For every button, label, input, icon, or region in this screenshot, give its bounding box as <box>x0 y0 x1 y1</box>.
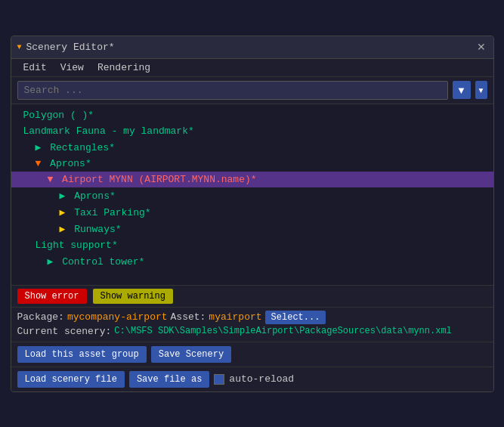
info-bar: Package: mycompany-airport Asset: myairp… <box>11 308 493 342</box>
tree-item-label: Aprons* <box>50 158 91 169</box>
tree-item-landmark[interactable]: Landmark Fauna - my landmark* <box>11 123 493 139</box>
filter-dropdown-button[interactable]: ▼ <box>475 81 487 99</box>
tree-view: Polygon ( )* Landmark Fauna - my landmar… <box>11 104 493 286</box>
show-error-button[interactable]: Show error <box>17 289 87 304</box>
arrow-right-icon: ▶ <box>36 142 48 153</box>
arrow-down-selected-icon: ▼ <box>48 174 60 185</box>
search-bar: ▼ ▼ <box>11 77 493 104</box>
tree-item-label: Aprons* <box>74 190 116 202</box>
tree-item-label: Airport MYNN (AIRPORT.MYNN.name)* <box>62 174 256 185</box>
filter-icon: ▼ <box>456 85 466 96</box>
tree-item-label: Rectangles* <box>50 142 115 153</box>
tree-item-label: Light support* <box>36 240 118 251</box>
arrow-right3-icon: ▶ <box>48 256 60 268</box>
tree-item-label: Runways* <box>74 224 121 235</box>
menu-rendering[interactable]: Rendering <box>91 60 156 75</box>
save-file-as-button[interactable]: Save file as <box>129 371 209 388</box>
tree-item-aprons-child[interactable]: ▶ Aprons* <box>11 187 493 204</box>
title-bar: ▼ Scenery Editor* ✕ <box>11 36 493 59</box>
package-value: mycompany-airport <box>67 311 168 323</box>
title-arrow-icon: ▼ <box>17 43 22 51</box>
package-line: Package: mycompany-airport Asset: myairp… <box>17 311 487 324</box>
menu-edit[interactable]: Edit <box>17 60 53 75</box>
package-label: Package: <box>17 311 64 323</box>
current-scenery-path: C:\MSFS SDK\Samples\SimpleAirport\Packag… <box>114 326 451 336</box>
arrow-right-icon: ▶ <box>60 190 72 202</box>
tree-item-label: Landmark Fauna - my landmark* <box>23 125 194 137</box>
tree-item-label: Taxi Parking* <box>74 207 150 218</box>
current-scenery-line: Current scenery: C:\MSFS SDK\Samples\Sim… <box>17 326 487 337</box>
auto-reload-label: auto-reload <box>229 373 294 385</box>
tree-item-airport-mynn[interactable]: ▼ Airport MYNN (AIRPORT.MYNN.name)* <box>11 172 493 187</box>
arrow-right-yellow2-icon: ▶ <box>60 224 72 235</box>
select-button[interactable]: Select... <box>265 311 326 324</box>
show-warning-button[interactable]: Show warning <box>93 289 173 304</box>
title-bar-left: ▼ Scenery Editor* <box>17 42 115 53</box>
asset-label: Asset: <box>171 311 206 323</box>
menu-bar: Edit View Rendering <box>11 59 493 77</box>
tree-item-label: Control tower* <box>62 256 144 268</box>
tree-item-polygon[interactable]: Polygon ( )* <box>11 107 493 123</box>
tree-item-taxi-parking[interactable]: ▶ Taxi Parking* <box>11 204 493 221</box>
tree-item-runways[interactable]: ▶ Runways* <box>11 221 493 237</box>
menu-view[interactable]: View <box>54 60 90 75</box>
arrow-right-yellow-icon: ▶ <box>60 207 72 218</box>
current-scenery-label: Current scenery: <box>17 326 112 337</box>
arrow-down-icon: ▼ <box>36 158 48 169</box>
asset-value: myairport <box>209 311 261 323</box>
tree-item-aprons[interactable]: ▼ Aprons* <box>11 156 493 172</box>
search-input[interactable] <box>17 81 448 100</box>
tree-item-rectangles[interactable]: ▶ Rectangles* <box>11 139 493 156</box>
filter-button[interactable]: ▼ <box>453 81 471 99</box>
button-bar-2: Load scenery file Save file as auto-relo… <box>11 367 493 391</box>
auto-reload-checkbox[interactable] <box>214 374 224 385</box>
main-window: ▼ Scenery Editor* ✕ Edit View Rendering … <box>11 36 494 392</box>
dropdown-arrow-icon: ▼ <box>478 86 485 94</box>
load-asset-group-button[interactable]: Load this asset group <box>17 346 147 363</box>
close-button[interactable]: ✕ <box>475 41 487 53</box>
window-title: Scenery Editor* <box>26 42 115 53</box>
button-bar-1: Load this asset group Save Scenery <box>11 342 493 367</box>
status-bar: Show error Show warning <box>11 286 493 308</box>
tree-item-control-tower[interactable]: ▶ Control tower* <box>11 253 493 270</box>
save-scenery-button[interactable]: Save Scenery <box>151 346 231 363</box>
tree-item-label: Polygon ( )* <box>23 110 94 121</box>
load-scenery-file-button[interactable]: Load scenery file <box>17 371 125 388</box>
tree-item-light-support[interactable]: Light support* <box>11 237 493 253</box>
